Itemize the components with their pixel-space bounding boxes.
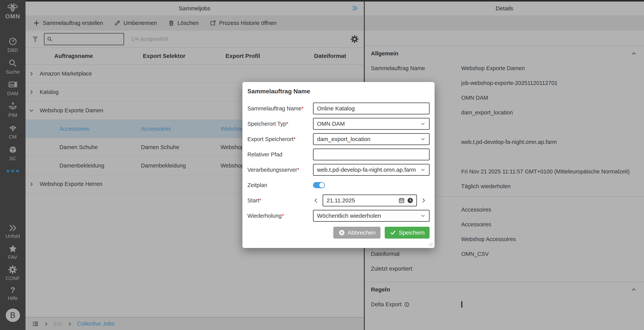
calendar-icon[interactable] xyxy=(398,197,405,204)
next-date-button[interactable] xyxy=(421,198,426,203)
previous-date-button[interactable] xyxy=(313,198,319,203)
check-icon xyxy=(390,229,396,236)
start-date-input[interactable]: 21.11.2025 xyxy=(322,195,417,206)
field-label-relativer-pfad: Relativer Pfad xyxy=(248,151,313,158)
dialog-title: Sammelauftrag Name xyxy=(248,88,430,95)
relativer-pfad-input[interactable] xyxy=(313,149,430,160)
field-label-verarbeitungsserver: Verarbeitungsserver* xyxy=(248,167,313,173)
field-label-wiederholung: Wiederholung* xyxy=(248,213,313,219)
sammelauftrag-dialog: Sammelauftrag Name Sammelauftrag Name* S… xyxy=(242,82,434,248)
verarbeitungsserver-select[interactable]: web.t.pd-develop-fa-night.omn.ap.farm xyxy=(313,164,430,176)
chevron-down-icon xyxy=(420,121,426,126)
zeitplan-toggle[interactable] xyxy=(313,182,325,188)
field-label-zeitplan: Zeitplan xyxy=(248,182,313,188)
export-speicherort-select[interactable]: dam_export_location xyxy=(313,133,430,145)
field-label-speicherort-typ: Speicherort Typ* xyxy=(248,121,313,127)
chevron-down-icon xyxy=(420,167,426,172)
x-circle-icon xyxy=(338,229,345,236)
field-label-sammelauftrag-name: Sammelauftrag Name* xyxy=(248,105,313,112)
field-label-start: Start* xyxy=(248,197,313,204)
field-label-export-speicherort: Export Speicherort* xyxy=(248,136,313,142)
save-button[interactable]: Speichern xyxy=(385,227,430,239)
chevron-down-icon xyxy=(420,136,426,142)
resize-handle[interactable] xyxy=(427,240,434,247)
wiederholung-select[interactable]: Wöchentlich wiederholen xyxy=(313,210,430,222)
cancel-button[interactable]: Abbrechen xyxy=(333,227,380,239)
sammelauftrag-name-input[interactable] xyxy=(313,102,430,114)
chevron-down-icon xyxy=(420,213,426,219)
clock-icon[interactable] xyxy=(407,197,414,204)
speicherort-typ-select[interactable]: OMN DAM xyxy=(313,118,430,130)
